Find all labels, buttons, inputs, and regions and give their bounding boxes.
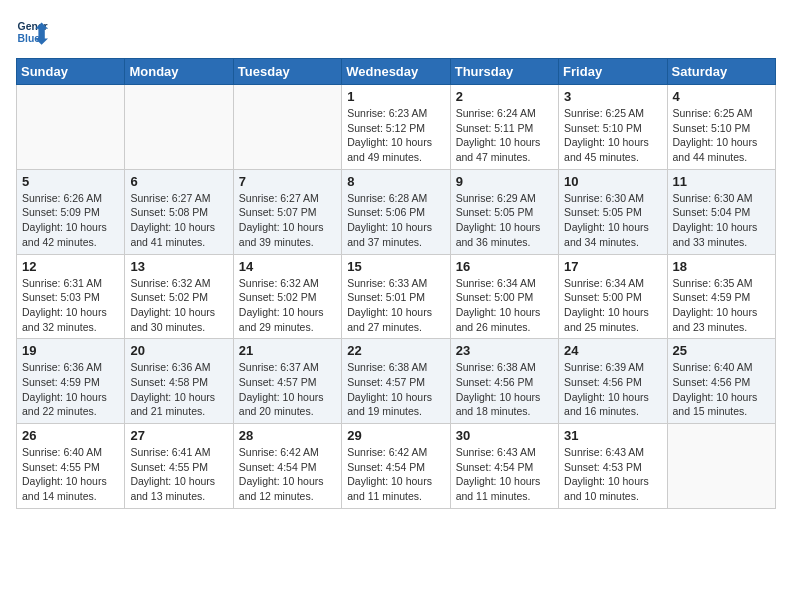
day-detail: Sunrise: 6:38 AM Sunset: 4:56 PM Dayligh…: [456, 360, 553, 419]
day-number: 21: [239, 343, 336, 358]
calendar-week-row: 1Sunrise: 6:23 AM Sunset: 5:12 PM Daylig…: [17, 85, 776, 170]
calendar-cell: 22Sunrise: 6:38 AM Sunset: 4:57 PM Dayli…: [342, 339, 450, 424]
calendar-week-row: 5Sunrise: 6:26 AM Sunset: 5:09 PM Daylig…: [17, 169, 776, 254]
calendar-cell: 24Sunrise: 6:39 AM Sunset: 4:56 PM Dayli…: [559, 339, 667, 424]
day-detail: Sunrise: 6:43 AM Sunset: 4:54 PM Dayligh…: [456, 445, 553, 504]
calendar-cell: 28Sunrise: 6:42 AM Sunset: 4:54 PM Dayli…: [233, 424, 341, 509]
svg-text:Blue: Blue: [18, 33, 41, 44]
day-number: 16: [456, 259, 553, 274]
calendar-cell: [17, 85, 125, 170]
day-detail: Sunrise: 6:43 AM Sunset: 4:53 PM Dayligh…: [564, 445, 661, 504]
page-header: General Blue: [16, 16, 776, 48]
calendar-cell: 16Sunrise: 6:34 AM Sunset: 5:00 PM Dayli…: [450, 254, 558, 339]
day-number: 14: [239, 259, 336, 274]
calendar-cell: [233, 85, 341, 170]
day-number: 2: [456, 89, 553, 104]
day-number: 11: [673, 174, 770, 189]
day-detail: Sunrise: 6:38 AM Sunset: 4:57 PM Dayligh…: [347, 360, 444, 419]
calendar-cell: 6Sunrise: 6:27 AM Sunset: 5:08 PM Daylig…: [125, 169, 233, 254]
day-number: 26: [22, 428, 119, 443]
day-detail: Sunrise: 6:34 AM Sunset: 5:00 PM Dayligh…: [564, 276, 661, 335]
day-detail: Sunrise: 6:40 AM Sunset: 4:56 PM Dayligh…: [673, 360, 770, 419]
day-detail: Sunrise: 6:27 AM Sunset: 5:08 PM Dayligh…: [130, 191, 227, 250]
day-number: 15: [347, 259, 444, 274]
calendar-cell: 8Sunrise: 6:28 AM Sunset: 5:06 PM Daylig…: [342, 169, 450, 254]
calendar-cell: 30Sunrise: 6:43 AM Sunset: 4:54 PM Dayli…: [450, 424, 558, 509]
calendar-cell: 18Sunrise: 6:35 AM Sunset: 4:59 PM Dayli…: [667, 254, 775, 339]
day-number: 23: [456, 343, 553, 358]
weekday-header-saturday: Saturday: [667, 59, 775, 85]
calendar-cell: 27Sunrise: 6:41 AM Sunset: 4:55 PM Dayli…: [125, 424, 233, 509]
day-number: 13: [130, 259, 227, 274]
calendar-cell: 1Sunrise: 6:23 AM Sunset: 5:12 PM Daylig…: [342, 85, 450, 170]
calendar-cell: 11Sunrise: 6:30 AM Sunset: 5:04 PM Dayli…: [667, 169, 775, 254]
day-detail: Sunrise: 6:40 AM Sunset: 4:55 PM Dayligh…: [22, 445, 119, 504]
day-number: 28: [239, 428, 336, 443]
day-detail: Sunrise: 6:42 AM Sunset: 4:54 PM Dayligh…: [239, 445, 336, 504]
day-detail: Sunrise: 6:25 AM Sunset: 5:10 PM Dayligh…: [673, 106, 770, 165]
day-detail: Sunrise: 6:39 AM Sunset: 4:56 PM Dayligh…: [564, 360, 661, 419]
day-number: 30: [456, 428, 553, 443]
day-number: 24: [564, 343, 661, 358]
calendar-cell: 10Sunrise: 6:30 AM Sunset: 5:05 PM Dayli…: [559, 169, 667, 254]
weekday-header-thursday: Thursday: [450, 59, 558, 85]
day-detail: Sunrise: 6:28 AM Sunset: 5:06 PM Dayligh…: [347, 191, 444, 250]
day-number: 18: [673, 259, 770, 274]
calendar-cell: 4Sunrise: 6:25 AM Sunset: 5:10 PM Daylig…: [667, 85, 775, 170]
day-detail: Sunrise: 6:30 AM Sunset: 5:04 PM Dayligh…: [673, 191, 770, 250]
day-number: 7: [239, 174, 336, 189]
day-detail: Sunrise: 6:37 AM Sunset: 4:57 PM Dayligh…: [239, 360, 336, 419]
day-number: 29: [347, 428, 444, 443]
calendar-week-row: 12Sunrise: 6:31 AM Sunset: 5:03 PM Dayli…: [17, 254, 776, 339]
day-detail: Sunrise: 6:29 AM Sunset: 5:05 PM Dayligh…: [456, 191, 553, 250]
day-detail: Sunrise: 6:26 AM Sunset: 5:09 PM Dayligh…: [22, 191, 119, 250]
calendar-cell: 14Sunrise: 6:32 AM Sunset: 5:02 PM Dayli…: [233, 254, 341, 339]
calendar-cell: 23Sunrise: 6:38 AM Sunset: 4:56 PM Dayli…: [450, 339, 558, 424]
day-detail: Sunrise: 6:32 AM Sunset: 5:02 PM Dayligh…: [239, 276, 336, 335]
calendar-cell: 25Sunrise: 6:40 AM Sunset: 4:56 PM Dayli…: [667, 339, 775, 424]
day-detail: Sunrise: 6:24 AM Sunset: 5:11 PM Dayligh…: [456, 106, 553, 165]
calendar-cell: [125, 85, 233, 170]
calendar-cell: 31Sunrise: 6:43 AM Sunset: 4:53 PM Dayli…: [559, 424, 667, 509]
day-detail: Sunrise: 6:32 AM Sunset: 5:02 PM Dayligh…: [130, 276, 227, 335]
logo-icon: General Blue: [16, 16, 48, 48]
day-number: 20: [130, 343, 227, 358]
day-detail: Sunrise: 6:42 AM Sunset: 4:54 PM Dayligh…: [347, 445, 444, 504]
day-detail: Sunrise: 6:31 AM Sunset: 5:03 PM Dayligh…: [22, 276, 119, 335]
day-detail: Sunrise: 6:34 AM Sunset: 5:00 PM Dayligh…: [456, 276, 553, 335]
day-number: 22: [347, 343, 444, 358]
day-number: 8: [347, 174, 444, 189]
day-number: 5: [22, 174, 119, 189]
day-number: 10: [564, 174, 661, 189]
weekday-header-sunday: Sunday: [17, 59, 125, 85]
day-number: 9: [456, 174, 553, 189]
day-number: 12: [22, 259, 119, 274]
day-detail: Sunrise: 6:41 AM Sunset: 4:55 PM Dayligh…: [130, 445, 227, 504]
calendar-cell: 5Sunrise: 6:26 AM Sunset: 5:09 PM Daylig…: [17, 169, 125, 254]
calendar-cell: [667, 424, 775, 509]
calendar-cell: 9Sunrise: 6:29 AM Sunset: 5:05 PM Daylig…: [450, 169, 558, 254]
day-detail: Sunrise: 6:35 AM Sunset: 4:59 PM Dayligh…: [673, 276, 770, 335]
calendar-cell: 13Sunrise: 6:32 AM Sunset: 5:02 PM Dayli…: [125, 254, 233, 339]
weekday-header-monday: Monday: [125, 59, 233, 85]
calendar-cell: 3Sunrise: 6:25 AM Sunset: 5:10 PM Daylig…: [559, 85, 667, 170]
day-number: 17: [564, 259, 661, 274]
weekday-header-wednesday: Wednesday: [342, 59, 450, 85]
day-number: 25: [673, 343, 770, 358]
day-detail: Sunrise: 6:30 AM Sunset: 5:05 PM Dayligh…: [564, 191, 661, 250]
day-number: 1: [347, 89, 444, 104]
day-number: 27: [130, 428, 227, 443]
calendar-cell: 19Sunrise: 6:36 AM Sunset: 4:59 PM Dayli…: [17, 339, 125, 424]
calendar-cell: 2Sunrise: 6:24 AM Sunset: 5:11 PM Daylig…: [450, 85, 558, 170]
day-detail: Sunrise: 6:33 AM Sunset: 5:01 PM Dayligh…: [347, 276, 444, 335]
calendar-cell: 15Sunrise: 6:33 AM Sunset: 5:01 PM Dayli…: [342, 254, 450, 339]
calendar-cell: 7Sunrise: 6:27 AM Sunset: 5:07 PM Daylig…: [233, 169, 341, 254]
calendar-cell: 21Sunrise: 6:37 AM Sunset: 4:57 PM Dayli…: [233, 339, 341, 424]
weekday-header-tuesday: Tuesday: [233, 59, 341, 85]
day-number: 6: [130, 174, 227, 189]
calendar-cell: 20Sunrise: 6:36 AM Sunset: 4:58 PM Dayli…: [125, 339, 233, 424]
logo: General Blue: [16, 16, 48, 48]
day-detail: Sunrise: 6:25 AM Sunset: 5:10 PM Dayligh…: [564, 106, 661, 165]
day-detail: Sunrise: 6:36 AM Sunset: 4:59 PM Dayligh…: [22, 360, 119, 419]
calendar-table: SundayMondayTuesdayWednesdayThursdayFrid…: [16, 58, 776, 509]
